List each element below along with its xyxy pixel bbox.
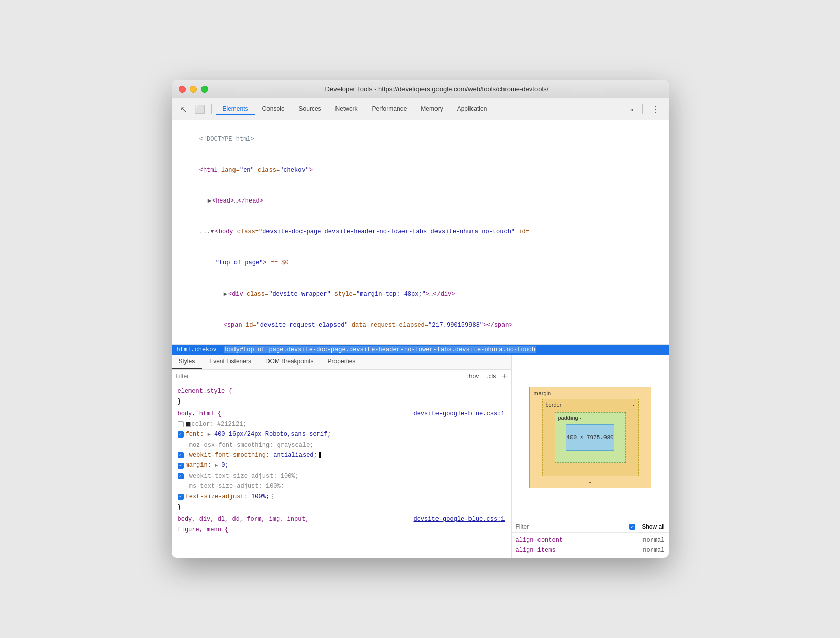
checkbox-font[interactable]: [178, 431, 184, 438]
style-source-link2[interactable]: devsite-google-blue.css:1: [413, 514, 505, 524]
tab-event-listeners[interactable]: Event Listeners: [202, 355, 258, 369]
breadcrumb-html[interactable]: html.chekov: [177, 346, 217, 353]
minimize-button[interactable]: [190, 86, 197, 93]
box-model-pane: margin - border - padding - 400 × 7975.0…: [512, 355, 669, 558]
styles-filter-input[interactable]: [176, 373, 461, 380]
toolbar-separator-2: [642, 104, 643, 114]
checkbox-text-size[interactable]: [178, 494, 184, 500]
comp-prop-align-items: align-items: [516, 545, 556, 555]
maximize-button[interactable]: [201, 86, 208, 93]
style-prop-ms-text: -ms-text-size-adjust: 100%;: [186, 481, 505, 491]
styles-tabs: Styles Event Listeners DOM Breakpoints P…: [172, 355, 511, 370]
computed-row-align-items: align-items normal: [516, 545, 665, 555]
checkbox-webkit-text[interactable]: [178, 473, 184, 479]
comp-val-align-content: normal: [643, 535, 664, 545]
padding-label: padding -: [558, 415, 582, 421]
tab-dom-breakpoints[interactable]: DOM Breakpoints: [258, 355, 321, 369]
cursor-icon[interactable]: ↖: [177, 102, 191, 116]
checkbox-margin[interactable]: [178, 463, 184, 469]
style-source-link[interactable]: devsite-google-blue.css:1: [413, 409, 505, 419]
traffic-lights: [179, 86, 208, 93]
cls-button[interactable]: .cls: [485, 372, 498, 381]
padding-box: padding - 400 × 7975.080 -: [555, 412, 626, 463]
comp-val-align-items: normal: [643, 545, 664, 555]
tab-performance[interactable]: Performance: [365, 103, 414, 115]
show-all-checkbox[interactable]: [629, 524, 635, 530]
style-closing-body: }: [178, 502, 505, 512]
style-closing-element: }: [178, 396, 505, 407]
style-selector-multi2: figure, menu {: [178, 525, 505, 535]
breadcrumb-body[interactable]: body#top_of_page.devsite-doc-page.devsit…: [224, 346, 536, 353]
computed-filter-input[interactable]: [516, 523, 626, 530]
style-prop-font: font: ▶ 400 16px/24px Roboto,sans-serif;: [178, 429, 505, 440]
breadcrumb-bar: html.chekov body#top_of_page.devsite-doc…: [172, 345, 669, 355]
styles-filter-bar: :hov .cls +: [172, 370, 511, 383]
toolbar-separator: [211, 104, 212, 114]
computed-properties: align-content normal align-items normal: [512, 533, 669, 558]
html-line-html[interactable]: <html lang="en" class="chekov">: [172, 155, 669, 186]
border-dash-tr: -: [633, 401, 635, 408]
margin-box: margin - border - padding - 400 × 7975.0…: [529, 387, 651, 488]
style-prop-margin: margin: ▶ 0;: [178, 460, 505, 471]
menu-button[interactable]: ⋮: [647, 102, 664, 117]
html-line-doctype[interactable]: <!DOCTYPE html>: [172, 123, 669, 154]
box-model-area: margin - border - padding - 400 × 7975.0…: [512, 355, 669, 521]
margin-label: margin: [534, 390, 551, 396]
devtools-tabs: Elements Console Sources Network Perform…: [216, 103, 624, 115]
styles-pane: Styles Event Listeners DOM Breakpoints P…: [172, 355, 512, 558]
computed-row-align-content: align-content normal: [516, 535, 665, 545]
tab-elements[interactable]: Elements: [216, 103, 255, 115]
add-style-button[interactable]: +: [502, 372, 507, 381]
close-button[interactable]: [179, 86, 186, 93]
checkbox-webkit-font[interactable]: [178, 452, 184, 458]
style-block-element: element.style { }: [172, 385, 511, 408]
tab-network[interactable]: Network: [328, 103, 365, 115]
titlebar: Developer Tools - https://developers.goo…: [172, 80, 669, 98]
html-line-body-id[interactable]: "top_of_page"> == $0: [172, 248, 669, 279]
color-swatch-color[interactable]: [186, 422, 191, 427]
tab-sources[interactable]: Sources: [292, 103, 328, 115]
style-prop-color: color: #212121;: [178, 419, 505, 429]
padding-bottom-dash: -: [589, 454, 591, 460]
style-prop-webkit-font: -webkit-font-smoothing: antialiased; ▌: [178, 450, 505, 460]
tab-properties[interactable]: Properties: [321, 355, 363, 369]
tab-console[interactable]: Console: [255, 103, 292, 115]
comp-prop-align-content: align-content: [516, 535, 563, 545]
style-block-multi: body, div, dl, dd, form, img, input, dev…: [172, 513, 511, 536]
style-block-body-html: body, html { devsite-google-blue.css:1 c…: [172, 408, 511, 513]
devtools-window: Developer Tools - https://developers.goo…: [172, 80, 669, 557]
more-tabs-button[interactable]: »: [626, 104, 637, 115]
style-selector-multi: body, div, dl, dd, form, img, input, dev…: [178, 514, 505, 524]
content-size: 400 × 7975.080: [566, 434, 613, 441]
hov-button[interactable]: :hov: [465, 372, 481, 381]
content-box: 400 × 7975.080: [566, 424, 614, 451]
style-prop-webkit-text: -webkit-text-size-adjust: 100%;: [178, 471, 505, 481]
margin-dash-tr: -: [645, 390, 647, 396]
border-box: border - padding - 400 × 7975.080 -: [542, 399, 639, 476]
html-line-div[interactable]: ▶<div class="devsite-wrapper" style="mar…: [172, 279, 669, 310]
style-block-menu[interactable]: ⋮: [270, 492, 276, 502]
html-line-head[interactable]: ▶<head>…</head>: [172, 186, 669, 217]
checkbox-color[interactable]: [178, 421, 184, 427]
style-prop-text-size: text-size-adjust: 100%; ⋮: [178, 492, 505, 502]
style-selector-element: element.style {: [178, 386, 505, 396]
inspect-icon[interactable]: ⬜: [193, 102, 207, 116]
html-panel: <!DOCTYPE html> <html lang="en" class="c…: [172, 120, 669, 344]
html-line-span[interactable]: <span id="devsite-request-elapsed" data-…: [172, 310, 669, 341]
window-title: Developer Tools - https://developers.goo…: [212, 85, 662, 93]
border-label: border: [546, 401, 562, 408]
show-all-label: Show all: [642, 523, 664, 530]
lower-panel: Styles Event Listeners DOM Breakpoints P…: [172, 355, 669, 558]
tab-styles[interactable]: Styles: [172, 355, 203, 369]
toolbar: ↖ ⬜ Elements Console Sources Network Per…: [172, 98, 669, 120]
tab-memory[interactable]: Memory: [414, 103, 450, 115]
style-selector-body: body, html { devsite-google-blue.css:1: [178, 409, 505, 419]
computed-filter-bar: Show all: [512, 521, 669, 533]
html-line-body[interactable]: ...▼<body class="devsite-doc-page devsit…: [172, 217, 669, 248]
tab-application[interactable]: Application: [450, 103, 494, 115]
style-prop-moz: -moz-osx-font-smoothing: grayscale;: [186, 440, 505, 450]
styles-content: element.style { } body, html { devsite-g…: [172, 383, 511, 558]
margin-bottom-dash: -: [589, 479, 591, 485]
